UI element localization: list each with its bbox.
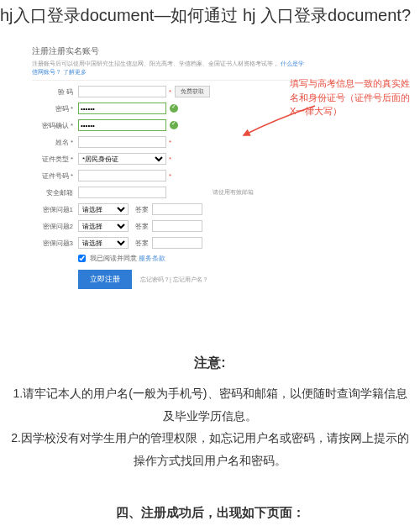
answer3-label: 答案 xyxy=(135,239,149,248)
get-code-button[interactable]: 免费获取 xyxy=(175,86,210,97)
idtype-label: 证件类型 * xyxy=(32,155,78,164)
notice-title: 注意: xyxy=(8,355,412,372)
confirm-input[interactable] xyxy=(78,119,166,131)
idtype-select[interactable]: *居民身份证 xyxy=(78,153,166,165)
sec2-row: 密保问题2 请选择 答案 xyxy=(32,220,304,232)
notice-section: 注意: 1.请牢记本人的用户名(一般为手机号)、密码和邮箱，以便随时查询学籍信息… xyxy=(0,355,420,471)
annotation-text: 填写与高考信息一致的真实姓名和身份证号（证件号后面的X一律大写） xyxy=(290,76,412,118)
password-input[interactable] xyxy=(78,103,166,114)
check-icon xyxy=(170,104,178,113)
subtitle-link-2[interactable]: 了解更多 xyxy=(63,69,87,75)
name-row: 姓名 * * xyxy=(32,136,304,148)
name-input[interactable] xyxy=(78,136,166,148)
sec1-label: 密保问题1 xyxy=(32,205,78,214)
email-input[interactable] xyxy=(78,187,166,198)
form-screenshot-area: 注册注册实名账号 注册账号后可以使用中国研究生招生信息网、阳光高考、学信档案、全… xyxy=(0,30,420,313)
section-four-title: 四、注册成功后，出现如下页面： xyxy=(0,505,420,526)
sec1-row: 密保问题1 请选择 答案 xyxy=(32,203,304,215)
name-label: 姓名 * xyxy=(32,138,78,147)
verify-input[interactable] xyxy=(78,86,166,97)
required-icon: * xyxy=(169,155,171,163)
sec1-select[interactable]: 请选择 xyxy=(78,203,129,215)
required-icon: * xyxy=(169,139,171,146)
page-title: hj入口登录document—如何通过 hj 入口登录document? xyxy=(0,0,420,30)
answer3-input[interactable] xyxy=(152,237,202,249)
idnum-label: 证件号码 * xyxy=(32,171,78,181)
agree-row: 我已阅读并同意 服务条款 xyxy=(78,254,304,263)
answer2-label: 答案 xyxy=(135,222,149,231)
sec3-row: 密保问题3 请选择 答案 xyxy=(32,237,304,249)
password-label: 密码 * xyxy=(32,104,78,113)
sec3-select[interactable]: 请选择 xyxy=(78,237,129,249)
required-icon: * xyxy=(169,172,171,180)
idtype-row: 证件类型 * *居民身份证 * xyxy=(32,153,304,165)
verify-row: 验 码 * 免费获取 xyxy=(32,86,304,97)
subtitle-text: 注册账号后可以使用中国研究生招生信息网、阳光高考、学信档案、全国证书人材资格考试… xyxy=(32,60,279,66)
verify-label: 验 码 xyxy=(32,87,78,97)
idnum-row: 证件号码 * * xyxy=(32,170,304,181)
form-card-subtitle: 注册账号后可以使用中国研究生招生信息网、阳光高考、学信档案、全国证书人材资格考试… xyxy=(32,60,304,81)
answer1-input[interactable] xyxy=(152,203,202,215)
form-card-title: 注册注册实名账号 xyxy=(32,45,304,60)
sec2-select[interactable]: 请选择 xyxy=(78,220,129,232)
notice-item-1: 1.请牢记本人的用户名(一般为手机号)、密码和邮箱，以便随时查询学籍信息及毕业学… xyxy=(8,382,412,427)
email-row: 安全邮箱 请使用有效邮箱 xyxy=(32,187,304,198)
agree-checkbox[interactable] xyxy=(78,255,86,262)
answer1-label: 答案 xyxy=(135,205,149,214)
terms-link[interactable]: 服务条款 xyxy=(139,255,165,262)
answer2-input[interactable] xyxy=(152,220,202,232)
forgot-links[interactable]: 忘记密码？| 忘记用户名？ xyxy=(140,276,208,284)
email-hint: 请使用有效邮箱 xyxy=(170,188,254,197)
submit-button[interactable]: 立即注册 xyxy=(78,270,132,289)
submit-row: 立即注册 忘记密码？| 忘记用户名？ xyxy=(78,270,304,289)
required-icon: * xyxy=(169,88,171,96)
confirm-label: 密码确认 * xyxy=(32,121,78,130)
notice-item-2: 2.因学校没有对学生用户的管理权限，如忘记用户名或密码，请按网上提示的操作方式找… xyxy=(8,427,412,471)
registration-form: 注册注册实名账号 注册账号后可以使用中国研究生招生信息网、阳光高考、学信档案、全… xyxy=(25,39,311,296)
confirm-row: 密码确认 * xyxy=(32,119,304,131)
sec3-label: 密保问题3 xyxy=(32,239,78,248)
check-icon xyxy=(170,121,178,129)
sec2-label: 密保问题2 xyxy=(32,222,78,231)
password-row: 密码 * xyxy=(32,103,304,114)
email-label: 安全邮箱 xyxy=(32,188,78,197)
agree-text: 我已阅读并同意 xyxy=(90,255,137,262)
idnum-input[interactable] xyxy=(78,170,166,181)
